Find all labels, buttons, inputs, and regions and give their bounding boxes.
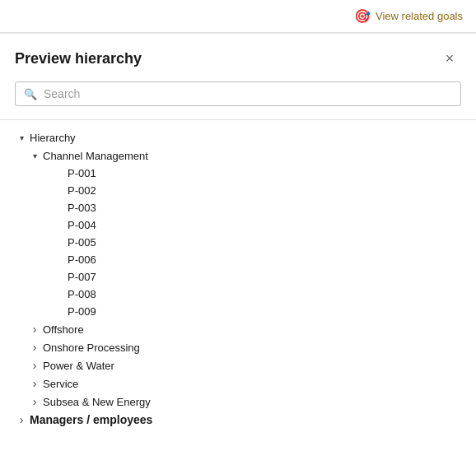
p004-row[interactable]: P-004 — [54, 216, 461, 234]
tree-container: Hierarchy Channel Management P-001 P-002 — [0, 120, 476, 442]
hierarchy-label: Hierarchy — [30, 132, 76, 144]
p005-label: P-005 — [68, 236, 96, 249]
tree-node-power-water: Power & Water — [15, 356, 461, 374]
panel-header: Preview hierarchy × — [15, 47, 461, 70]
onshore-processing-label: Onshore Processing — [43, 342, 140, 354]
p001-row[interactable]: P-001 — [54, 165, 461, 182]
subsea-row[interactable]: Subsea & New Energy — [28, 393, 461, 411]
p001-label: P-001 — [68, 167, 96, 179]
p008-row[interactable]: P-008 — [54, 286, 461, 303]
tree-node-p007: P-007 — [28, 268, 461, 286]
hierarchy-row[interactable]: Hierarchy — [15, 128, 461, 146]
tree-node-p003: P-003 — [28, 199, 461, 216]
p005-row[interactable]: P-005 — [54, 234, 461, 251]
p003-row[interactable]: P-003 — [54, 199, 461, 216]
view-related-goals-label: View related goals — [376, 10, 463, 22]
onshore-processing-row[interactable]: Onshore Processing — [28, 338, 461, 356]
managers-row[interactable]: Managers / employees — [15, 411, 461, 429]
offshore-chevron[interactable] — [28, 323, 41, 336]
search-input[interactable] — [44, 87, 452, 100]
tree-node-service: Service — [15, 374, 461, 393]
managers-chevron[interactable] — [15, 413, 28, 426]
close-button[interactable]: × — [438, 47, 461, 70]
p004-label: P-004 — [68, 219, 96, 231]
tree-node-channel-management: Channel Management P-001 P-002 P-003 — [15, 146, 461, 320]
p006-label: P-006 — [68, 253, 96, 266]
p002-row[interactable]: P-002 — [54, 182, 461, 199]
p009-label: P-009 — [68, 305, 96, 318]
search-icon: 🔍 — [24, 88, 37, 100]
tree-node-p005: P-005 — [28, 234, 461, 251]
tree-node-p002: P-002 — [28, 182, 461, 199]
channel-management-chevron[interactable] — [28, 149, 41, 162]
goal-icon: 🎯 — [354, 8, 371, 24]
tree-node-managers: Managers / employees — [15, 411, 461, 429]
tree-node-p001: P-001 — [28, 165, 461, 182]
offshore-label: Offshore — [43, 323, 84, 336]
tree-node-onshore-processing: Onshore Processing — [15, 338, 461, 356]
top-bar: 🎯 View related goals — [0, 0, 476, 33]
power-water-chevron[interactable] — [28, 359, 41, 372]
tree-node-subsea: Subsea & New Energy — [15, 393, 461, 411]
service-label: Service — [43, 378, 78, 390]
channel-management-row[interactable]: Channel Management — [28, 146, 461, 165]
onshore-processing-chevron[interactable] — [28, 341, 41, 354]
tree-node-hierarchy: Hierarchy Channel Management P-001 P-002 — [15, 128, 461, 411]
tree-node-p006: P-006 — [28, 251, 461, 268]
tree-node-p008: P-008 — [28, 286, 461, 303]
subsea-chevron[interactable] — [28, 395, 41, 408]
tree-node-offshore: Offshore — [15, 320, 461, 338]
p003-label: P-003 — [68, 202, 96, 214]
managers-label: Managers / employees — [30, 413, 152, 426]
channel-management-label: Channel Management — [43, 150, 148, 162]
service-chevron[interactable] — [28, 377, 41, 390]
p002-label: P-002 — [68, 184, 96, 197]
view-related-goals-link[interactable]: 🎯 View related goals — [354, 8, 463, 24]
search-box[interactable]: 🔍 — [15, 81, 461, 106]
panel: Preview hierarchy × 🔍 — [0, 34, 476, 120]
subsea-label: Subsea & New Energy — [43, 396, 151, 408]
hierarchy-chevron[interactable] — [15, 131, 28, 144]
power-water-row[interactable]: Power & Water — [28, 356, 461, 374]
tree-node-p004: P-004 — [28, 216, 461, 234]
panel-title: Preview hierarchy — [15, 50, 142, 67]
p006-row[interactable]: P-006 — [54, 251, 461, 268]
power-water-label: Power & Water — [43, 360, 114, 372]
p009-row[interactable]: P-009 — [54, 303, 461, 320]
p008-label: P-008 — [68, 288, 96, 300]
p007-label: P-007 — [68, 271, 96, 283]
offshore-row[interactable]: Offshore — [28, 320, 461, 338]
service-row[interactable]: Service — [28, 374, 461, 393]
p007-row[interactable]: P-007 — [54, 268, 461, 286]
tree-node-p009: P-009 — [28, 303, 461, 320]
